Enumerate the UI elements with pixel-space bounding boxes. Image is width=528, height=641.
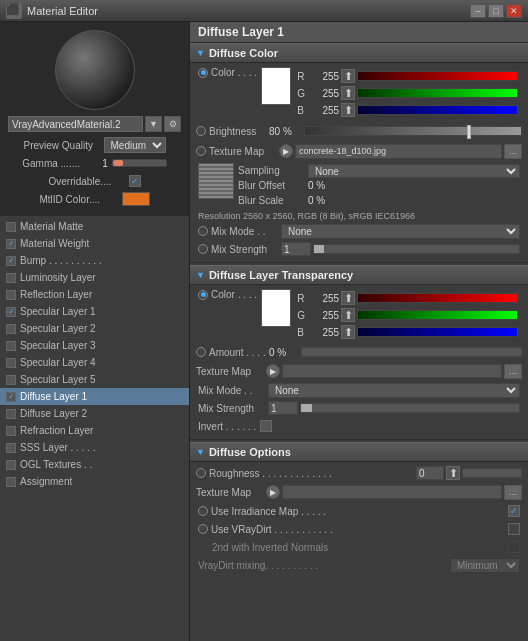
layer-name: Material Weight xyxy=(20,238,183,249)
layer-check xyxy=(6,358,16,368)
options-section-header[interactable]: ▼ Diffuse Options xyxy=(190,442,528,462)
layer-name: Specular Layer 5 xyxy=(20,374,183,385)
texture-map-toggle[interactable]: ▶ xyxy=(279,144,293,158)
trans-b-spinner[interactable]: ⬆ xyxy=(341,325,355,339)
b-spinner[interactable]: ⬆ xyxy=(341,103,355,117)
minimize-button[interactable]: – xyxy=(470,4,486,18)
irr-map-radio[interactable] xyxy=(198,506,208,516)
layer-item[interactable]: Assignment xyxy=(0,473,189,490)
trans-g-label: G xyxy=(297,310,309,321)
material-options-button[interactable]: ▼ xyxy=(145,116,162,132)
mix-strength-input[interactable] xyxy=(281,242,311,256)
options-texture-browse[interactable]: … xyxy=(504,485,522,500)
options-title: Diffuse Options xyxy=(209,446,291,458)
vray-dirt-radio[interactable] xyxy=(198,524,208,534)
vray-dirt-checkbox[interactable] xyxy=(508,523,520,535)
mix-mode-radio[interactable] xyxy=(198,226,208,236)
r-bar xyxy=(357,71,518,81)
layer-item[interactable]: Luminosity Layer xyxy=(0,269,189,286)
layer-item[interactable]: Reflection Layer xyxy=(0,286,189,303)
trans-mix-strength-input[interactable] xyxy=(268,401,298,415)
roughness-spinner[interactable]: ⬆ xyxy=(446,466,460,480)
close-button[interactable]: ✕ xyxy=(506,4,522,18)
blur-scale-row: Blur Scale 0 % xyxy=(238,193,520,208)
layer-item[interactable]: Specular Layer 5 xyxy=(0,371,189,388)
trans-texture-toggle[interactable]: ▶ xyxy=(266,364,280,378)
trans-g-spinner[interactable]: ⬆ xyxy=(341,308,355,322)
trans-mix-mode-row: Mix Mode . . None xyxy=(194,381,524,399)
blur-offset-row: Blur Offset 0 % xyxy=(238,178,520,193)
options-texture-box[interactable] xyxy=(282,485,502,499)
maximize-button[interactable]: □ xyxy=(488,4,504,18)
trans-g-fill xyxy=(358,311,517,319)
layer-item[interactable]: SSS Layer . . . . . xyxy=(0,439,189,456)
invert-checkbox[interactable] xyxy=(260,420,272,432)
layer-item[interactable]: Specular Layer 2 xyxy=(0,320,189,337)
app-icon: ⬛ xyxy=(6,3,22,19)
layer-item[interactable]: Specular Layer 3 xyxy=(0,337,189,354)
preview-quality-select[interactable]: Medium Low High xyxy=(104,137,166,153)
vray-dirt-row: Use VRayDirt . . . . . . . . . . . xyxy=(194,520,524,538)
color-radio[interactable] xyxy=(198,68,208,78)
layer-item[interactable]: ✓Specular Layer 1 xyxy=(0,303,189,320)
sampling-select[interactable]: None xyxy=(308,164,520,178)
g-spinner[interactable]: ⬆ xyxy=(341,86,355,100)
preview-quality-label: Preview Quality xyxy=(24,140,104,151)
layer-item[interactable]: Specular Layer 4 xyxy=(0,354,189,371)
trans-texture-box[interactable] xyxy=(282,364,502,378)
layer-item[interactable]: Refraction Layer xyxy=(0,422,189,439)
roughness-input[interactable] xyxy=(416,466,444,480)
diffuse-color-preview[interactable] xyxy=(261,67,291,105)
transparency-section-header[interactable]: ▼ Diffuse Layer Transparency xyxy=(190,265,528,285)
trans-color-preview[interactable] xyxy=(261,289,291,327)
layer-item[interactable]: ✓Bump . . . . . . . . . . xyxy=(0,252,189,269)
layer-name: Reflection Layer xyxy=(20,289,183,300)
trans-b-bar xyxy=(357,327,518,337)
main-section-title: Diffuse Layer 1 xyxy=(190,22,528,43)
layer-item[interactable]: Diffuse Layer 2 xyxy=(0,405,189,422)
r-spinner[interactable]: ⬆ xyxy=(341,69,355,83)
diffuse-color-section-header[interactable]: ▼ Diffuse Color xyxy=(190,43,528,63)
amount-value: 0 % xyxy=(269,347,299,358)
layer-check xyxy=(6,273,16,283)
trans-color-radio[interactable] xyxy=(198,290,208,300)
irr-map-checkbox[interactable]: ✓ xyxy=(508,505,520,517)
transparency-arrow: ▼ xyxy=(196,270,205,280)
vray-dirt-mixing-select[interactable]: Minimum xyxy=(450,558,520,573)
layer-item[interactable]: Material Matte xyxy=(0,218,189,235)
mix-strength-radio[interactable] xyxy=(198,244,208,254)
vray-dirt-label: Use VRayDirt . . . . . . . . . . . xyxy=(211,524,508,535)
trans-r-spinner[interactable]: ⬆ xyxy=(341,291,355,305)
right-panel: Diffuse Layer 1 ▼ Diffuse Color Color . … xyxy=(190,22,528,641)
trans-mix-strength-bar xyxy=(300,403,520,413)
layer-check xyxy=(6,426,16,436)
overridable-checkbox[interactable]: ✓ xyxy=(129,175,141,187)
layer-check xyxy=(6,222,16,232)
roughness-radio[interactable] xyxy=(196,468,206,478)
mix-mode-select[interactable]: None xyxy=(281,224,520,239)
layer-item[interactable]: OGL Textures . . xyxy=(0,456,189,473)
brightness-radio[interactable] xyxy=(196,126,206,136)
inverted-normals-checkbox[interactable] xyxy=(508,541,520,553)
diffuse-color-content: Color . . . . R 255 ⬆ G 255 xyxy=(190,63,528,260)
material-name-input[interactable] xyxy=(8,116,143,132)
layer-name: OGL Textures . . xyxy=(20,459,183,470)
blur-scale-value: 0 % xyxy=(308,195,325,206)
texture-browse-button[interactable]: … xyxy=(504,144,522,159)
layer-item[interactable]: ✓Material Weight xyxy=(0,235,189,252)
texture-map-radio[interactable] xyxy=(196,146,206,156)
options-texture-toggle[interactable]: ▶ xyxy=(266,485,280,499)
layer-item[interactable]: ✓Diffuse Layer 1 xyxy=(0,388,189,405)
trans-mix-mode-select[interactable]: None xyxy=(268,383,520,398)
layer-name: Specular Layer 1 xyxy=(20,306,183,317)
trans-texture-browse[interactable]: … xyxy=(504,364,522,379)
mtlid-row: MtlID Color.... xyxy=(36,190,154,208)
layer-name: Specular Layer 4 xyxy=(20,357,183,368)
layer-check xyxy=(6,341,16,351)
brightness-track[interactable] xyxy=(304,126,522,136)
material-settings-button[interactable]: ⚙ xyxy=(164,116,181,132)
texture-file-name[interactable]: concrete-18_d100.jpg xyxy=(295,144,502,159)
preview-quality-row: Preview Quality Medium Low High xyxy=(20,136,170,154)
amount-radio[interactable] xyxy=(196,347,206,357)
mtlid-color-swatch[interactable] xyxy=(122,192,150,206)
